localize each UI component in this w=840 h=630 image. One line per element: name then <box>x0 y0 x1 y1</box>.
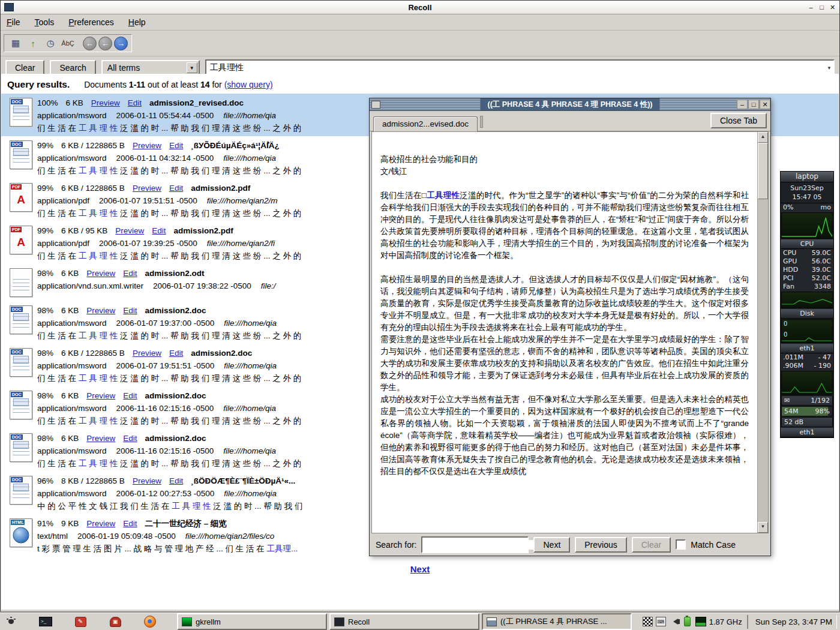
xfce-menu-launcher[interactable] <box>3 614 19 629</box>
result-edit-link[interactable]: Edit <box>169 184 183 193</box>
doc-file-icon: DOC <box>6 389 37 422</box>
battery-icon[interactable] <box>682 617 692 626</box>
minimize-button[interactable]: – <box>806 3 816 12</box>
result-preview-link[interactable]: Preview <box>133 184 161 193</box>
preview-previous-button[interactable]: Previous <box>575 537 626 553</box>
result-preview-link[interactable]: Preview <box>86 391 115 400</box>
result-edit-link[interactable]: Edit <box>123 391 137 400</box>
preview-clear-button[interactable]: Clear <box>632 537 671 553</box>
forward-icon[interactable]: → <box>114 37 128 50</box>
result-relevance: 96% <box>37 476 53 485</box>
keyboard-layout-icon[interactable] <box>643 617 653 626</box>
match-case-label: Match Case <box>691 540 736 550</box>
result-preview-link[interactable]: Preview <box>86 306 115 315</box>
preview-search-input[interactable] <box>422 540 538 550</box>
result-edit-link[interactable]: Edit <box>169 349 183 358</box>
back-alt-icon[interactable]: ← <box>98 37 112 50</box>
result-edit-link[interactable]: Edit <box>123 306 137 315</box>
scroll-down-icon[interactable]: ▼ <box>758 522 768 533</box>
result-url: file:///home/qia <box>223 446 276 455</box>
preview-text: 高校招生的社会功能和目的 文/钱江 我们生活在□工具理性泛滥的时代。作为“世之显… <box>372 132 757 533</box>
maximize-button[interactable]: □ <box>817 3 827 12</box>
next-page-link[interactable]: Next <box>410 564 430 574</box>
highlighted-term: 工 具 理 性 <box>172 502 211 511</box>
query-history-chevron-icon[interactable]: ▼ <box>825 65 833 71</box>
history-icon[interactable]: ◷ <box>43 36 58 50</box>
gkrellm-panel[interactable]: laptop Sun23Sep 15:47 05 0% mo CPU CPU59… <box>780 171 834 438</box>
scrollbar-thumb[interactable] <box>758 143 768 199</box>
preview-tab[interactable]: admission2...evised.doc <box>373 116 478 131</box>
results-range: 1-11 <box>129 80 145 89</box>
result-url: file:///home/qian2/files/co <box>185 532 275 541</box>
mail-icon: ✉ <box>784 396 790 405</box>
menu-help[interactable]: Help <box>128 17 146 27</box>
result-preview-link[interactable]: Preview <box>86 434 115 443</box>
preview-scrollbar[interactable]: ▲ ▼ <box>757 132 768 533</box>
result-url: file:///home/qia <box>224 361 277 370</box>
query-input[interactable] <box>206 63 825 73</box>
preview-titlebar[interactable]: ((工 PHRASE 4 具 PHRASE 4 理 PHRASE 4 性)) –… <box>370 98 770 111</box>
result-edit-link[interactable]: Edit <box>123 269 137 278</box>
table-icon[interactable]: ▦ <box>8 36 23 50</box>
menu-preferences[interactable]: Preferences <box>68 17 114 27</box>
taskbar-clock[interactable]: Sun Sep 23, 3:47 PM <box>747 615 837 629</box>
volume-icon[interactable] <box>669 617 679 626</box>
window-title: Recoll <box>1 3 839 12</box>
sort-icon[interactable]: ↑ <box>25 36 41 50</box>
result-edit-link[interactable]: Edit <box>123 519 137 528</box>
result-relevance: 91% <box>37 519 53 528</box>
editor-launcher[interactable]: ✎ <box>73 614 88 629</box>
result-edit-link[interactable]: Edit <box>123 434 137 443</box>
keyboard-indicator-icon[interactable]: ⌨ <box>656 617 666 626</box>
preview-next-button[interactable]: Next <box>533 537 570 553</box>
back-icon[interactable]: ← <box>83 37 97 50</box>
result-edit-link[interactable]: Edit <box>128 98 142 107</box>
result-preview-link[interactable]: Preview <box>133 141 161 150</box>
disk-section-label: Disk <box>781 309 833 319</box>
result-edit-link[interactable]: Edit <box>169 141 183 150</box>
result-title: ¸ßÖÐÖÆ¶È£¨¶ÏÈ±ÖÐµÄ¹«... <box>191 476 295 485</box>
highlighted-term: 工 具 理 性 <box>79 331 118 340</box>
result-preview-link[interactable]: Preview <box>115 226 144 235</box>
result-edit-link[interactable]: Edit <box>152 226 166 235</box>
highlighted-term: 工 具 理 性 <box>79 166 118 175</box>
term-explorer-icon[interactable]: ÂbÇ <box>60 36 76 50</box>
terminal-launcher[interactable]: >_ <box>38 614 53 629</box>
scrollbar-track[interactable] <box>758 143 768 522</box>
results-doc-label: Documents <box>84 80 127 89</box>
match-case-checkbox[interactable] <box>676 539 686 550</box>
firefox-launcher[interactable] <box>142 614 158 629</box>
result-preview-link[interactable]: Preview <box>86 519 115 528</box>
result-preview-link[interactable]: Preview <box>133 476 161 485</box>
menu-tools[interactable]: Tools <box>35 17 55 27</box>
taskbar-button-preview[interactable]: ((工 PHRASE 4 具 PHRASE ... <box>482 613 632 630</box>
result-url: file:///home/qia <box>223 111 276 120</box>
doc-paragraph: 高校招生最明显的目的当然是选拔人才。但这选拔人才的目标却不仅仅是人们假定“因材施… <box>380 274 749 334</box>
result-url: file:///home/qia <box>223 404 276 413</box>
result-title: ¸ßУÕÐÉúµÄÉç»á¹¦ÄܺÍÄ¿ <box>191 141 279 150</box>
menubar: File Tools Preferences Help <box>1 14 839 31</box>
results-total: 14 <box>200 80 210 89</box>
result-edit-link[interactable]: Edit <box>169 476 183 485</box>
preview-minimize-button[interactable]: – <box>737 100 748 109</box>
recoll-titlebar[interactable]: Recoll – □ ✕ <box>1 1 839 14</box>
taskbar-button-recoll[interactable]: Recoll <box>329 613 479 630</box>
result-relevance: 99% <box>37 141 53 150</box>
result-preview-link[interactable]: Preview <box>133 349 161 358</box>
package-launcher[interactable]: ▣ <box>107 614 123 629</box>
result-preview-link[interactable]: Preview <box>86 269 115 278</box>
taskbar-button-gkrellm[interactable]: gkrellm <box>177 613 327 630</box>
result-preview-link[interactable]: Preview <box>91 98 120 107</box>
preview-tabbar: admission2...evised.doc Close Tab <box>370 111 770 131</box>
show-query-link[interactable]: (show query) <box>224 80 273 89</box>
temp-value: 59.0C <box>812 249 831 257</box>
close-tab-button[interactable]: Close Tab <box>710 113 767 128</box>
scroll-up-icon[interactable]: ▲ <box>758 132 768 143</box>
cpu-freq-icon[interactable] <box>695 617 706 626</box>
cpu-percent: 0% <box>783 203 793 212</box>
close-button[interactable]: ✕ <box>827 3 838 12</box>
preview-close-button[interactable]: ✕ <box>760 100 770 109</box>
menu-file[interactable]: File <box>7 17 20 27</box>
preview-maximize-button[interactable]: □ <box>748 100 759 109</box>
temp-key: CPU <box>783 249 796 257</box>
